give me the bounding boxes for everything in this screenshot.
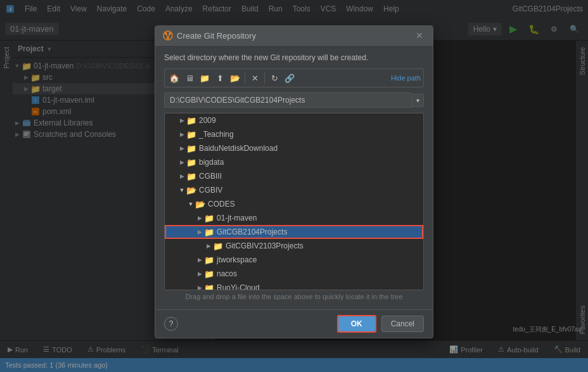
ft-arrow-ruoyi: ▶ <box>195 283 204 290</box>
path-dropdown-button[interactable]: ▾ <box>412 94 424 107</box>
toolbar-sep1 <box>245 72 245 84</box>
ft-folder-icon-ruoyi: 📁 <box>204 283 214 291</box>
dialog-body: Select directory where the new Git repos… <box>155 46 433 309</box>
ft-label-jtworkspace: jtworkspace <box>217 255 257 264</box>
ft-folder-icon-bigdata: 📁 <box>186 158 196 167</box>
path-input[interactable] <box>164 93 412 108</box>
ft-folder-icon-01jt: 📁 <box>204 214 214 223</box>
ft-folder-icon-teaching: 📁 <box>186 130 196 139</box>
dialog-git-icon <box>163 30 173 41</box>
ft-item-baidu[interactable]: ▶ 📁 BaiduNetdiskDownload <box>165 141 423 155</box>
ft-item-cgbiv[interactable]: ▼ 📂 CGBIV <box>165 183 423 197</box>
dialog-footer: ? OK Cancel <box>155 309 433 338</box>
path-input-row: ▾ <box>164 93 424 108</box>
svg-line-16 <box>168 35 170 37</box>
toolbar-desktop-btn[interactable]: 🖥 <box>182 71 196 85</box>
ft-item-jtworkspace[interactable]: ▶ 📁 jtworkspace <box>165 253 423 267</box>
ft-item-teaching[interactable]: ▶ 📁 _Teaching <box>165 127 423 141</box>
ft-item-gitcgb2104[interactable]: ▶ 📁 GitCGB2104Projects <box>165 225 423 239</box>
dialog-title-text: Create Git Repository <box>177 31 414 41</box>
ft-folder-icon-gitcgb2104: 📁 <box>204 228 214 237</box>
ide-window: J File Edit View Navigate Code Analyze R… <box>0 0 588 372</box>
ft-arrow-baidu: ▶ <box>177 144 186 153</box>
file-tree: ▶ 📁 2009 ▶ 📁 _Teaching ▶ <box>164 113 424 290</box>
ft-item-cgbiii[interactable]: ▶ 📁 CGBIII <box>165 169 423 183</box>
cancel-button[interactable]: Cancel <box>381 316 424 332</box>
ft-arrow-jtworkspace: ▶ <box>195 255 204 264</box>
ft-label-ruoyi: RuoYi-Cloud <box>217 283 260 290</box>
drag-hint: Drag and drop a file into the space abov… <box>164 290 424 302</box>
svg-point-12 <box>165 32 167 35</box>
svg-point-14 <box>167 37 169 39</box>
help-button[interactable]: ? <box>164 317 178 331</box>
hide-path-button[interactable]: Hide path <box>391 74 421 82</box>
svg-point-13 <box>169 32 171 35</box>
toolbar-home-btn[interactable]: 🏠 <box>167 71 181 85</box>
ft-label-gitcgb2104: GitCGB2104Projects <box>217 228 287 236</box>
ft-label-bigdata: bigdata <box>199 158 224 167</box>
ft-label-01jt: 01-jt-maven <box>217 214 257 222</box>
ft-label-gitcgbiv2103: GitCGBIV2103Projects <box>226 241 304 250</box>
ft-arrow-teaching: ▶ <box>177 130 186 139</box>
ft-folder-icon-cgbiii: 📁 <box>186 172 196 181</box>
svg-line-15 <box>166 35 168 37</box>
ft-arrow-01jt: ▶ <box>195 214 204 222</box>
ft-folder-icon-2009: 📁 <box>186 116 196 125</box>
ft-arrow-2009: ▶ <box>177 116 186 125</box>
ft-item-ruoyi[interactable]: ▶ 📁 RuoYi-Cloud <box>165 281 423 290</box>
watermark: tedu_王同彪_E_bfv07aa <box>513 325 582 334</box>
dialog-title-bar: Create Git Repository ✕ <box>155 26 433 46</box>
ft-item-codes[interactable]: ▼ 📂 CODES <box>165 197 423 211</box>
toolbar-delete-btn[interactable]: ✕ <box>248 71 262 85</box>
ft-label-baidu: BaiduNetdiskDownload <box>199 144 278 153</box>
ft-item-2009[interactable]: ▶ 📁 2009 <box>165 113 423 127</box>
ft-label-cgbiv: CGBIV <box>199 186 222 195</box>
ft-item-nacos[interactable]: ▶ 📁 nacos <box>165 267 423 281</box>
dialog-subtitle: Select directory where the new Git repos… <box>164 53 424 62</box>
toolbar-new-folder-btn[interactable]: 📂 <box>228 71 242 85</box>
ft-arrow-cgbiii: ▶ <box>177 172 186 181</box>
ft-item-gitcgbiv2103[interactable]: ▶ 📁 GitCGBIV2103Projects <box>165 239 423 253</box>
ft-label-cgbiii: CGBIII <box>199 172 222 181</box>
ft-arrow-cgbiv: ▼ <box>177 186 186 195</box>
ft-folder-icon-nacos: 📁 <box>204 269 214 279</box>
file-toolbar: 🏠 🖥 📁 ⬆ 📂 ✕ ↻ 🔗 Hide path <box>164 68 424 87</box>
ft-arrow-gitcgbiv2103: ▶ <box>204 241 213 250</box>
ft-item-bigdata[interactable]: ▶ 📁 bigdata <box>165 155 423 169</box>
toolbar-up-btn[interactable]: ⬆ <box>213 71 227 85</box>
ft-folder-icon-codes: 📂 <box>195 200 205 209</box>
dialog-close-button[interactable]: ✕ <box>414 30 425 41</box>
ft-folder-icon-baidu: 📁 <box>186 144 196 153</box>
modal-overlay: Create Git Repository ✕ Select directory… <box>0 0 588 372</box>
ft-folder-icon-jtworkspace: 📁 <box>204 255 214 265</box>
ft-arrow-gitcgb2104: ▶ <box>195 228 204 236</box>
ft-arrow-bigdata: ▶ <box>177 158 186 167</box>
toolbar-refresh-btn[interactable]: ↻ <box>267 71 281 85</box>
ok-button[interactable]: OK <box>337 315 376 333</box>
toolbar-folder-btn[interactable]: 📁 <box>198 71 212 85</box>
ft-item-01jt[interactable]: ▶ 📁 01-jt-maven <box>165 211 423 225</box>
ft-folder-icon-gitcgbiv2103: 📁 <box>213 241 223 251</box>
ft-label-nacos: nacos <box>217 269 237 278</box>
ft-arrow-nacos: ▶ <box>195 269 204 278</box>
ft-arrow-codes: ▼ <box>186 200 195 208</box>
ft-label-2009: 2009 <box>199 116 216 125</box>
toolbar-sep2 <box>264 72 265 84</box>
ft-label-codes: CODES <box>208 200 235 208</box>
ft-folder-icon-cgbiv: 📂 <box>186 186 196 195</box>
ft-label-teaching: _Teaching <box>199 130 234 139</box>
create-git-dialog: Create Git Repository ✕ Select directory… <box>155 25 433 338</box>
toolbar-link-btn[interactable]: 🔗 <box>283 71 297 85</box>
